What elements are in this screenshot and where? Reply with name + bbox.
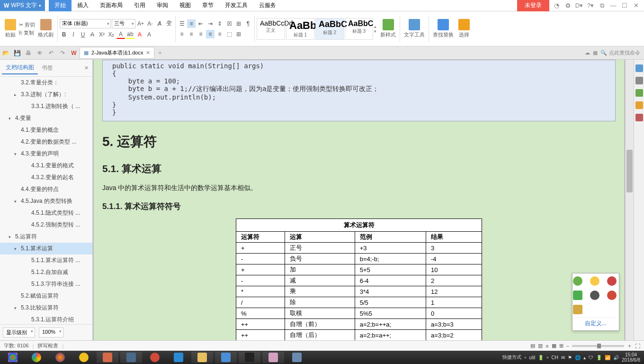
outline-item[interactable]: 5.2.赋值运算符 — [0, 290, 92, 302]
outline-item[interactable]: 4.5.1.隐式类型转 ... — [0, 207, 92, 219]
style-heading3[interactable]: AaBbC标题 3 — [345, 18, 373, 40]
select-button[interactable]: 选择 — [456, 18, 472, 39]
util-label[interactable]: util — [529, 355, 535, 360]
close-icon[interactable]: ✕ — [632, 1, 640, 10]
painter-button[interactable]: 格式刷 — [36, 18, 55, 39]
outline-item[interactable]: 5.3.1.运算符介绍 — [0, 314, 92, 324]
skin-icon[interactable]: ◔ — [552, 1, 561, 10]
style-heading2[interactable]: AaBbC标题 2 — [315, 18, 344, 40]
style-heading1[interactable]: AaBb标题 1 — [286, 18, 314, 40]
shortcut-label[interactable]: 快捷方式 — [502, 354, 521, 361]
font-grow-icon[interactable]: A+ — [136, 19, 145, 28]
start-button[interactable] — [2, 352, 24, 363]
outline-item[interactable]: ▸3.3.进制（了解）: — [0, 89, 92, 100]
outline-item[interactable]: 3.2.常量分类： — [0, 77, 92, 89]
word-count[interactable]: 字数: 8106 — [4, 342, 29, 349]
chrome-taskbar-icon[interactable] — [26, 352, 47, 363]
zoom-out-icon[interactable]: − — [566, 343, 569, 349]
login-button[interactable]: 未登录 — [517, 0, 549, 11]
indent-button[interactable]: ⇥ — [206, 19, 215, 28]
camera-taskbar-icon[interactable] — [120, 352, 142, 363]
view-mode-1-icon[interactable]: ▤ — [530, 343, 535, 349]
align-justify-button[interactable]: ≡ — [206, 30, 215, 38]
tray-mail-icon[interactable]: ✉ — [561, 355, 565, 360]
tray-net-icon[interactable]: 🌐 — [575, 355, 581, 360]
outdent-button[interactable]: ⇤ — [197, 19, 205, 28]
font-size-combo[interactable]: 三号 — [112, 19, 135, 28]
wps-home-icon[interactable]: W — [69, 48, 79, 58]
outline-item[interactable]: ▾5.运算符 — [0, 231, 92, 243]
superscript-button[interactable]: X² — [98, 30, 106, 39]
clear-format-icon[interactable]: A̸ — [155, 19, 164, 28]
question-icon[interactable]: ?▾ — [586, 1, 595, 10]
document-scroll[interactable]: public static void main(String[] args) {… — [93, 60, 625, 340]
maximize-icon[interactable]: ☐ — [620, 1, 629, 10]
customize-link[interactable]: 自定义... — [575, 317, 616, 328]
tray-shield-icon[interactable]: 🛡 — [589, 355, 593, 360]
redo-icon[interactable]: ↷ — [58, 48, 67, 58]
align-right-button[interactable]: ≡ — [197, 30, 205, 38]
restore-icon[interactable]: ⧉ — [598, 1, 606, 10]
strike-button[interactable]: A — [88, 30, 97, 39]
side-tool-5[interactable] — [635, 114, 643, 121]
outline-tree[interactable]: 3.2.常量分类：▸3.3.进制（了解）:3.3.1.进制转换（ ...▾4.变… — [0, 77, 92, 324]
video-taskbar-icon[interactable] — [168, 352, 189, 363]
spell-check[interactable]: 拼写检查 — [37, 342, 58, 349]
cut-button[interactable]: ✂剪切 — [19, 21, 35, 28]
font-color-button[interactable]: A — [116, 30, 125, 39]
tray-app-7[interactable] — [573, 305, 582, 314]
undo-icon[interactable]: ↶ — [46, 48, 56, 58]
outline-item[interactable]: 4.1.变量的概念 — [0, 124, 92, 136]
font-family-combo[interactable]: 宋体 (标题) — [60, 19, 111, 28]
cloud-icon[interactable]: ☁ — [585, 50, 590, 56]
calc-taskbar-icon[interactable] — [286, 352, 308, 363]
grid-icon[interactable]: ▦ — [593, 50, 598, 56]
align-distribute-button[interactable]: ≡ — [215, 30, 224, 38]
outline-item[interactable]: 4.4.变量的特点 — [0, 183, 92, 195]
fullscreen-icon[interactable]: ⛶ — [635, 343, 640, 349]
char-border-button[interactable]: A — [145, 30, 153, 39]
menu-tab-layout[interactable]: 页面布局 — [94, 0, 128, 11]
print-icon[interactable]: 🖶 — [24, 48, 33, 58]
outline-item[interactable]: 3.3.1.进制转换（ ... — [0, 100, 92, 112]
outline-item[interactable]: 4.2.变量的数据类型 ... — [0, 136, 92, 148]
zoom-slider[interactable] — [572, 345, 624, 347]
chat-taskbar-icon[interactable] — [73, 352, 95, 363]
new-tab-icon[interactable]: ＋ — [155, 48, 165, 58]
tray-app-5[interactable] — [590, 291, 599, 300]
bullets-button[interactable]: ☰ — [178, 19, 186, 28]
view-mode-2-icon[interactable]: ▥ — [538, 343, 543, 349]
scroll-thumb[interactable] — [626, 150, 633, 192]
cmd-taskbar-icon[interactable] — [239, 352, 260, 363]
tray-app-6[interactable] — [607, 291, 617, 300]
menu-tab-devtools[interactable]: 开发工具 — [219, 0, 253, 11]
align-left-button[interactable]: ≡ — [178, 30, 186, 38]
outline-item[interactable]: ▾5.1.算术运算 — [0, 243, 92, 255]
style-scroll-buttons[interactable]: ▴▾ — [373, 24, 377, 34]
music-taskbar-icon[interactable] — [144, 352, 166, 363]
command-search[interactable]: 🔍 点此查找命令 — [600, 49, 640, 56]
structure-tab[interactable]: 文档结构图 — [2, 62, 38, 74]
view-mode-3-icon[interactable]: ≡ — [546, 343, 548, 349]
tray-flag-icon[interactable]: ⚑ — [568, 355, 572, 360]
open-icon[interactable]: 📂 — [1, 48, 10, 58]
outline-item[interactable]: 4.3.2.变量的起名 — [0, 172, 92, 183]
char-scale-button[interactable]: ☒ — [225, 19, 233, 28]
firefox-taskbar-icon[interactable] — [49, 352, 71, 363]
style-gallery[interactable]: AaBbCcDd正文 AaBb标题 1 AaBbC标题 2 AaBbC标题 3 … — [257, 18, 377, 40]
highlight-button[interactable]: ab — [126, 30, 134, 39]
tray-app-1[interactable] — [573, 276, 582, 286]
preview-icon[interactable]: 👁 — [35, 48, 45, 58]
tray-app-4[interactable] — [573, 291, 582, 300]
outline-item[interactable]: ▾5.3.比较运算符 — [0, 302, 92, 314]
tray-app-3[interactable] — [607, 276, 617, 286]
outline-item[interactable]: 5.1.3.字符串连接 ... — [0, 278, 92, 290]
find-replace-button[interactable]: 查找替换 — [431, 18, 456, 39]
shading-button[interactable]: ⬚ — [225, 30, 233, 38]
sidebar-zoom-combo[interactable]: 100% — [39, 328, 63, 337]
numbering-button[interactable]: ≡ — [187, 19, 196, 28]
font-color2-button[interactable]: A — [135, 30, 144, 39]
align-center-button[interactable]: ≡ — [187, 30, 196, 38]
menu-tab-cloud[interactable]: 云服务 — [253, 0, 282, 11]
paint-taskbar-icon[interactable] — [262, 352, 284, 363]
